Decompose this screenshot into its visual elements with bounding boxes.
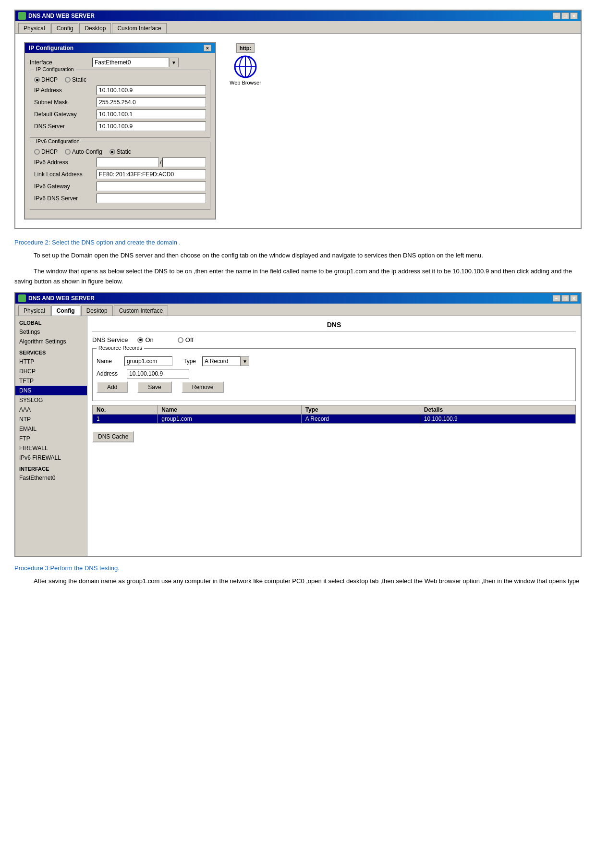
address-row: Address <box>97 369 572 379</box>
ipv6-dns-input[interactable] <box>97 194 206 203</box>
window1-title: DNS AND WEB SERVER <box>28 12 95 19</box>
ipv6-dhcp-label: DHCP <box>41 148 58 155</box>
remove-button[interactable]: Remove <box>182 381 224 393</box>
save-button[interactable]: Save <box>137 381 171 393</box>
add-button[interactable]: Add <box>97 381 128 393</box>
ip-config-titlebar: IP Configuration × <box>25 43 215 53</box>
cell-type: A Record <box>301 415 420 424</box>
ipv6-dhcp-radio[interactable]: DHCP <box>34 148 58 155</box>
ipv6-mode-group: DHCP Auto Config Static <box>34 148 206 155</box>
procedure3-title: Procedure 3:Perform the DNS testing. <box>14 564 582 572</box>
static-radio[interactable]: Static <box>65 76 86 83</box>
win2-tab-config[interactable]: Config <box>51 306 80 316</box>
ipv6-gateway-row: IPv6 Gateway <box>34 182 206 191</box>
ipv6-prefix-input[interactable] <box>162 158 206 167</box>
dns-sidebar: GLOBAL Settings Algorithm Settings SERVI… <box>15 316 87 556</box>
cell-details: 10.100.100.9 <box>420 415 575 424</box>
window2-title: DNS AND WEB SERVER <box>28 295 95 302</box>
tab-config[interactable]: Config <box>51 23 79 33</box>
win2-close-btn[interactable]: × <box>570 295 578 302</box>
win2-tab-desktop[interactable]: Desktop <box>81 306 113 316</box>
sidebar-item-email[interactable]: EMAIL <box>15 424 87 434</box>
sidebar-item-global[interactable]: GLOBAL <box>15 318 87 327</box>
resource-records-section: Resource Records Name Type A Record ▼ <box>92 348 576 401</box>
sidebar-item-syslog[interactable]: SYSLOG <box>15 395 87 405</box>
sidebar-item-aaa[interactable]: AAA <box>15 405 87 415</box>
window1-icon <box>18 12 26 20</box>
dns-off-radio[interactable]: Off <box>178 336 194 343</box>
tab-desktop[interactable]: Desktop <box>79 23 111 33</box>
cell-no: 1 <box>93 415 158 424</box>
dhcp-radio[interactable]: DHCP <box>34 76 58 83</box>
sidebar-item-http[interactable]: HTTP <box>15 357 87 367</box>
tab-physical[interactable]: Physical <box>18 23 50 33</box>
sidebar-item-dhcp[interactable]: DHCP <box>15 367 87 376</box>
ipv6-static-dot <box>109 149 115 155</box>
window2: DNS AND WEB SERVER − □ × Physical Config… <box>14 292 582 557</box>
sidebar-item-fastethernet0[interactable]: FastEthernet0 <box>15 473 87 483</box>
ipv6-gateway-input[interactable] <box>97 182 206 191</box>
ip-address-input[interactable] <box>97 86 206 95</box>
interface-input[interactable]: FastEthernet0 <box>92 58 169 67</box>
ip-config-dialog: IP Configuration × Interface FastEtherne… <box>24 42 216 220</box>
ipv6-static-radio[interactable]: Static <box>109 148 131 155</box>
name-field-input[interactable] <box>124 356 172 366</box>
address-input[interactable] <box>127 369 189 379</box>
interface-dropdown-arrow[interactable]: ▼ <box>169 58 179 67</box>
win2-minimize-btn[interactable]: − <box>553 295 560 302</box>
dns-server-input[interactable] <box>97 122 206 131</box>
win2-maximize-btn[interactable]: □ <box>561 295 569 302</box>
default-gateway-input[interactable] <box>97 110 206 119</box>
type-select[interactable]: A Record <box>202 356 241 366</box>
window2-titlebar: DNS AND WEB SERVER − □ × <box>15 293 581 304</box>
dns-panel-title: DNS <box>92 321 576 331</box>
dns-on-label: On <box>145 336 153 343</box>
ipv6-address-label: IPv6 Address <box>34 159 97 166</box>
window1-controls: − □ × <box>553 12 578 19</box>
procedure2-section: Procedure 2: Select the DNS option and c… <box>14 239 582 286</box>
sidebar-item-tftp[interactable]: TFTP <box>15 376 87 386</box>
window2-icon <box>18 294 26 302</box>
dns-cache-button[interactable]: DNS Cache <box>92 431 134 442</box>
link-local-label: Link Local Address <box>34 171 97 178</box>
default-gateway-row: Default Gateway <box>34 110 206 119</box>
window2-tabs: Physical Config Desktop Custom Interface <box>15 304 581 316</box>
ipv6-config-section: IPv6 Configuration DHCP Auto Config <box>30 142 210 210</box>
link-local-input[interactable] <box>97 170 206 179</box>
dns-records-table: No. Name Type Details 1 group1.com A Rec… <box>92 405 576 424</box>
sidebar-item-algorithm-settings[interactable]: Algorithm Settings <box>15 337 87 346</box>
sidebar-item-firewall[interactable]: FIREWALL <box>15 443 87 453</box>
ipv6-dhcp-dot <box>34 149 40 155</box>
web-browser-label: Web Browser <box>230 80 261 86</box>
type-dropdown-arrow[interactable]: ▼ <box>241 356 249 366</box>
tab-custom-interface[interactable]: Custom Interface <box>112 23 166 33</box>
maximize-button[interactable]: □ <box>561 12 569 19</box>
dns-off-dot <box>178 337 183 343</box>
ipv6-address-input[interactable] <box>97 158 159 167</box>
minimize-button[interactable]: − <box>553 12 560 19</box>
resource-records-legend: Resource Records <box>97 345 144 351</box>
sidebar-item-ipv6-firewall[interactable]: IPv6 FIREWALL <box>15 453 87 463</box>
ip-address-row: IP Address <box>34 86 206 95</box>
ipv6-static-label: Static <box>117 148 131 155</box>
table-row[interactable]: 1 group1.com A Record 10.100.100.9 <box>93 415 576 424</box>
win2-tab-physical[interactable]: Physical <box>18 306 50 316</box>
window1: DNS AND WEB SERVER − □ × Physical Config… <box>14 10 582 229</box>
static-label: Static <box>72 76 86 83</box>
dns-on-radio[interactable]: On <box>137 336 153 343</box>
ipv6-auto-radio[interactable]: Auto Config <box>65 148 102 155</box>
sidebar-item-dns[interactable]: DNS <box>15 386 87 395</box>
col-type: Type <box>301 405 420 415</box>
dns-table-body: 1 group1.com A Record 10.100.100.9 <box>93 415 576 424</box>
window2-controls: − □ × <box>553 295 578 302</box>
name-field-label: Name <box>97 358 121 365</box>
dns-server-label: DNS Server <box>34 123 97 130</box>
dhcp-radio-dot <box>34 77 40 83</box>
sidebar-item-ftp[interactable]: FTP <box>15 434 87 443</box>
sidebar-item-ntp[interactable]: NTP <box>15 415 87 424</box>
close-button[interactable]: × <box>570 12 578 19</box>
subnet-mask-input[interactable] <box>97 98 206 107</box>
sidebar-item-settings[interactable]: Settings <box>15 327 87 337</box>
dialog-close-btn[interactable]: × <box>204 45 211 51</box>
win2-tab-custom-interface[interactable]: Custom Interface <box>114 306 168 316</box>
